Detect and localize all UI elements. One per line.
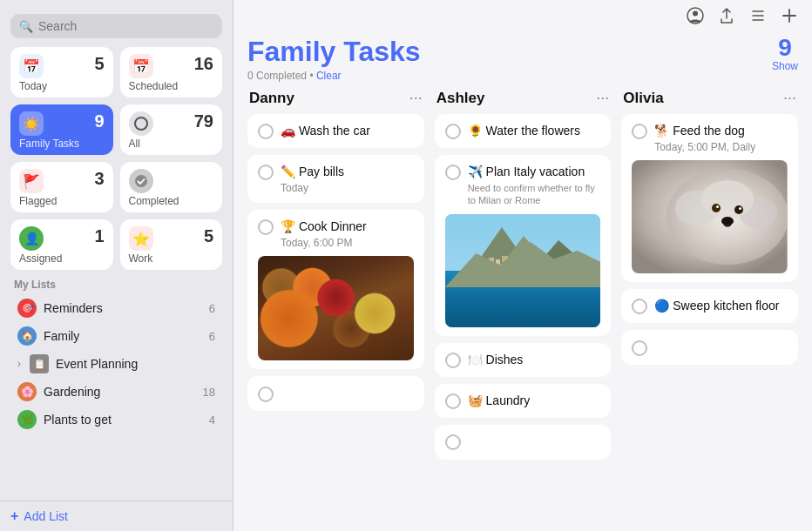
task-text-sweep-kitchen: 🔵 Sweep kitchen floor	[654, 298, 779, 313]
smart-list-today[interactable]: 📅 5 Today	[10, 47, 113, 97]
danny-empty-circle[interactable]	[258, 386, 274, 402]
task-text-wash-car: 🚗 Wash the car	[281, 123, 370, 138]
task-text-laundry: 🧺 Laundry	[468, 393, 530, 408]
task-circle-cook-dinner[interactable]	[258, 219, 274, 235]
smart-list-assigned[interactable]: 👤 1 Assigned	[10, 219, 113, 270]
olivia-more-icon[interactable]: ···	[783, 89, 796, 107]
today-count: 5	[94, 54, 104, 74]
add-list-footer[interactable]: + Add List	[0, 501, 233, 531]
task-circle-sweep-kitchen[interactable]	[632, 299, 647, 314]
svg-rect-13	[489, 258, 494, 271]
svg-point-0	[135, 175, 147, 187]
task-feed-dog[interactable]: 🐕 Feed the dog Today, 5:00 PM, Daily	[621, 114, 798, 282]
danny-column: Danny ··· 🚗 Wash the car ✏️ Pay bills To…	[247, 89, 424, 517]
task-water-flowers[interactable]: 🌻 Water the flowers	[435, 114, 612, 148]
work-count: 5	[204, 226, 213, 246]
list-item-plants-to-get[interactable]: 🌿 Plants to get 4	[10, 406, 222, 434]
ashley-empty-circle[interactable]	[445, 434, 461, 450]
my-lists-section: My Lists 🎯 Reminders 6 🏠 Family 6 › 📋 Ev…	[0, 279, 233, 501]
family-tasks-count: 9	[94, 111, 104, 131]
event-planning-name: Event Planning	[56, 357, 208, 371]
smart-list-all[interactable]: 79 All	[120, 104, 223, 155]
olivia-header: Olivia ···	[621, 89, 798, 107]
task-circle-laundry[interactable]	[445, 393, 461, 409]
list-item-reminders[interactable]: 🎯 Reminders 6	[10, 294, 222, 322]
danny-header: Danny ···	[247, 89, 424, 107]
smart-lists-grid: 📅 5 Today 📅 16 Scheduled ☀️ 9 Family Tas…	[0, 47, 233, 270]
olivia-empty-task	[621, 330, 798, 365]
family-name: Family	[44, 329, 202, 343]
smart-list-completed[interactable]: Completed	[120, 162, 223, 212]
task-cook-dinner[interactable]: 🏆 Cook Dinner Today, 6:00 PM	[247, 210, 424, 369]
task-circle-feed-dog[interactable]	[632, 124, 647, 139]
search-input[interactable]	[38, 19, 213, 33]
svg-point-22	[712, 204, 721, 212]
task-text-cook-dinner: 🏆 Cook Dinner	[281, 218, 367, 234]
smart-list-scheduled[interactable]: 📅 16 Scheduled	[120, 47, 223, 97]
work-icon: ⭐	[129, 226, 153, 251]
task-plan-italy[interactable]: ✈️ Plan Italy vacation Need to confirm w…	[435, 155, 612, 336]
show-count-button[interactable]: 9 Show	[772, 36, 798, 72]
clear-link[interactable]: Clear	[316, 70, 342, 82]
my-lists-title: My Lists	[10, 279, 222, 291]
page-title: Family Tasks	[247, 36, 421, 68]
smart-list-work[interactable]: ⭐ 5 Work	[120, 219, 223, 270]
add-list-button[interactable]: Add List	[24, 509, 68, 523]
task-laundry[interactable]: 🧺 Laundry	[435, 384, 612, 418]
today-icon: 📅	[19, 54, 44, 78]
plants-name: Plants to get	[44, 413, 202, 427]
olivia-column: Olivia ··· 🐕 Feed the dog Today, 5:00 PM…	[621, 89, 798, 517]
cook-dinner-image	[258, 256, 414, 360]
smart-list-family-tasks[interactable]: ☀️ 9 Family Tasks	[10, 104, 113, 155]
list-item-event-planning[interactable]: › 📋 Event Planning	[10, 350, 222, 378]
family-tasks-icon: ☀️	[19, 111, 44, 136]
task-circle-dishes[interactable]	[445, 353, 461, 368]
task-dishes[interactable]: 🍽️ Dishes	[435, 343, 612, 377]
search-bar[interactable]: 🔍	[10, 14, 222, 38]
task-text-dishes: 🍽️ Dishes	[468, 352, 524, 367]
task-circle-water-flowers[interactable]	[445, 124, 461, 139]
task-pay-bills[interactable]: ✏️ Pay bills Today	[247, 155, 424, 203]
feed-dog-image	[632, 160, 788, 273]
reminders-count: 6	[209, 302, 215, 315]
ashley-column: Ashley ··· 🌻 Water the flowers ✈️ Plan I…	[435, 89, 612, 517]
assigned-icon: 👤	[19, 226, 44, 251]
share-icon[interactable]	[718, 7, 735, 29]
scheduled-icon: 📅	[129, 54, 153, 78]
gardening-icon: 🌸	[17, 382, 37, 401]
all-icon	[129, 111, 153, 136]
olivia-empty-circle[interactable]	[632, 340, 647, 356]
list-item-gardening[interactable]: 🌸 Gardening 18	[10, 378, 222, 406]
danny-empty-task	[247, 376, 424, 411]
ashley-empty-task	[435, 425, 612, 460]
ashley-more-icon[interactable]: ···	[596, 89, 609, 107]
event-planning-icon: 📋	[30, 354, 49, 373]
flagged-count: 3	[94, 169, 104, 189]
olivia-title: Olivia	[623, 90, 663, 107]
person-crop-circle-icon[interactable]	[687, 7, 704, 29]
task-text-plan-italy: ✈️ Plan Italy vacation	[468, 164, 585, 179]
main-content: Family Tasks 0 Completed • Clear 9 Show …	[233, 0, 812, 531]
task-circle-wash-car[interactable]	[258, 124, 274, 139]
task-circle-plan-italy[interactable]	[445, 165, 461, 180]
plus-icon[interactable]	[781, 7, 798, 29]
family-tasks-label: Family Tasks	[19, 138, 105, 150]
all-label: All	[129, 138, 214, 150]
list-item-family[interactable]: 🏠 Family 6	[10, 322, 222, 350]
task-sweep-kitchen[interactable]: 🔵 Sweep kitchen floor	[621, 289, 798, 323]
ashley-title: Ashley	[436, 90, 485, 107]
danny-more-icon[interactable]: ···	[409, 89, 423, 107]
task-circle-pay-bills[interactable]	[258, 165, 274, 180]
main-header: Family Tasks 0 Completed • Clear 9 Show	[233, 32, 812, 89]
show-number: 9	[778, 36, 792, 60]
task-wash-car[interactable]: 🚗 Wash the car	[247, 114, 424, 148]
smart-list-flagged[interactable]: 🚩 3 Flagged	[10, 162, 113, 212]
gardening-count: 18	[203, 386, 215, 399]
svg-point-2	[693, 11, 698, 17]
svg-point-21	[701, 180, 754, 218]
gardening-name: Gardening	[44, 385, 196, 399]
svg-rect-9	[445, 271, 601, 327]
list-icon[interactable]	[749, 7, 767, 29]
svg-rect-16	[510, 260, 514, 271]
task-text-pay-bills: ✏️ Pay bills	[281, 164, 344, 179]
